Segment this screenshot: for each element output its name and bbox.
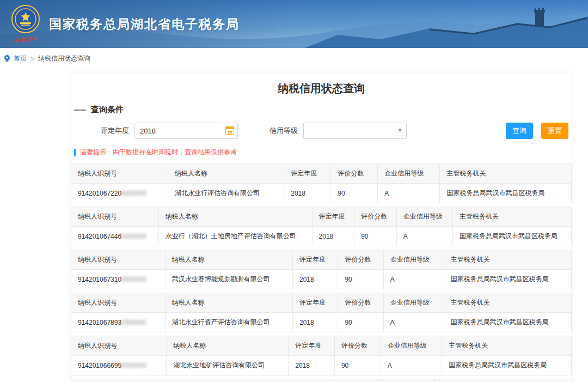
col-authority: 主管税务机关 (440, 164, 572, 184)
national-emblem-icon (11, 5, 40, 33)
cell-authority: 国家税务总局武汉市武昌区税务局 (444, 313, 571, 332)
cell-grade: A (381, 356, 442, 375)
col-score: 评价分数 (334, 336, 381, 356)
cell-year: 2018 (312, 227, 354, 246)
section-query-conditions: 查询条件 (74, 105, 572, 115)
table-row: 914201067446000000 永业行（湖北）土地房地产评估咨询有限公司 … (71, 227, 572, 246)
tip-text: 温馨提示：由于数据存在时间延时，查询结果仅供参考 (80, 148, 237, 157)
table-row: 914201067893000000 湖北永业行资产评估咨询有限公司 2018 … (71, 313, 572, 332)
table-row: 914201066695000000 湖北永业地矿评估咨询有限公司 2018 9… (71, 356, 572, 375)
cell-taxpayer-id: 914201067446000000 (71, 227, 159, 246)
col-grade: 企业信用等级 (383, 293, 444, 313)
masked-digits: 000000 (121, 276, 146, 283)
cell-year: 2018 (292, 313, 338, 332)
col-taxpayer-id: 纳税人识别号 (71, 250, 166, 270)
table-header-row: 纳税人识别号 纳税人名称 评定年度 评价分数 企业信用等级 主管税务机关 (71, 379, 572, 382)
col-score: 评价分数 (331, 164, 378, 184)
cell-year: 2018 (289, 356, 335, 375)
year-input[interactable] (134, 123, 238, 139)
col-taxpayer-id: 纳税人识别号 (71, 207, 159, 227)
section-dash (74, 110, 86, 111)
query-form: 评定年度 信用等级 ▾ 查询 重置 (101, 123, 568, 139)
cell-authority: 国家税务总局武汉市武昌区税务局 (444, 270, 571, 289)
calendar-icon[interactable] (225, 126, 234, 135)
table-header-row: 纳税人识别号 纳税人名称 评定年度 评价分数 企业信用等级 主管税务机关 (71, 336, 572, 356)
col-grade: 企业信用等级 (378, 164, 440, 184)
masked-digits: 000000 (121, 190, 146, 197)
credit-record-group: 纳税人识别号 纳税人名称 评定年度 评价分数 企业信用等级 主管税务机关 914… (71, 336, 572, 375)
col-taxpayer-name: 纳税人名称 (168, 379, 284, 382)
breadcrumb-home-link[interactable]: 首页 (14, 54, 27, 63)
query-button[interactable]: 查询 (506, 123, 533, 139)
col-grade: 企业信用等级 (383, 250, 444, 270)
cell-grade: A (378, 184, 440, 203)
col-year: 评定年度 (312, 207, 354, 227)
site-title: 国家税务总局湖北省电子税务局 (49, 16, 240, 33)
content-card: 纳税信用状态查询 查询条件 评定年度 信用等级 ▾ 查询 重置 温馨提示：由于数… (71, 74, 572, 382)
cell-grade: A (383, 313, 444, 332)
col-year: 评定年度 (289, 336, 335, 356)
col-taxpayer-id: 纳税人识别号 (71, 379, 168, 382)
table-header-row: 纳税人识别号 纳税人名称 评定年度 评价分数 企业信用等级 主管税务机关 (71, 250, 572, 270)
credit-level-select[interactable]: ▾ (303, 123, 407, 139)
year-input-wrap (134, 123, 238, 139)
col-year: 评定年度 (284, 164, 331, 184)
cell-taxpayer-id: 914201067220000000 (71, 184, 168, 203)
col-taxpayer-name: 纳税人名称 (165, 250, 292, 270)
tip-accent-bar (74, 149, 76, 156)
page-title: 纳税信用状态查询 (71, 81, 572, 96)
breadcrumb: 首页 > 纳税信用状态查询 (0, 48, 588, 69)
table-row: 914201067310000000 武汉永业赛博能规划勘测有限公司 2018 … (71, 270, 572, 289)
credit-level-label: 信用等级 (270, 126, 298, 136)
credit-record-group: 纳税人识别号 纳税人名称 评定年度 评价分数 企业信用等级 主管税务机关 914… (71, 293, 572, 332)
masked-digits: 000000 (121, 319, 146, 326)
col-authority: 主管税务机关 (444, 293, 571, 313)
cell-score: 90 (334, 356, 381, 375)
year-label: 评定年度 (101, 126, 129, 136)
credit-record-group: 纳税人识别号 纳税人名称 评定年度 评价分数 企业信用等级 主管税务机关 914… (71, 250, 572, 289)
cell-grade: A (383, 270, 444, 289)
col-taxpayer-id: 纳税人识别号 (71, 164, 168, 184)
col-score: 评价分数 (338, 293, 383, 313)
col-taxpayer-name: 纳税人名称 (167, 336, 289, 356)
cell-score: 90 (338, 313, 383, 332)
section-title: 查询条件 (91, 105, 124, 115)
col-authority: 主管税务机关 (442, 336, 572, 356)
col-score: 评价分数 (354, 207, 397, 227)
chevron-down-icon: ▾ (398, 126, 402, 134)
col-authority: 主管税务机关 (452, 207, 571, 227)
reset-button[interactable]: 重置 (541, 123, 568, 139)
credit-record-group: 纳税人识别号 纳税人名称 评定年度 评价分数 企业信用等级 主管税务机关 914… (71, 163, 572, 203)
cell-taxpayer-id: 914201067310000000 (71, 270, 166, 289)
cell-taxpayer-name: 武汉永业赛博能规划勘测有限公司 (165, 270, 292, 289)
tax-bureau-logo: 中国税务 (8, 5, 44, 44)
cell-grade: A (396, 227, 452, 246)
cell-taxpayer-id: 914201066695000000 (71, 356, 167, 375)
cell-taxpayer-name: 湖北永业行评估咨询有限公司 (168, 184, 284, 203)
col-grade: 企业信用等级 (381, 336, 442, 356)
table-row: 914201067220000000 湖北永业行评估咨询有限公司 2018 90… (71, 184, 572, 203)
col-score: 评价分数 (331, 379, 378, 382)
table-header-row: 纳税人识别号 纳税人名称 评定年度 评价分数 企业信用等级 主管税务机关 (71, 164, 572, 184)
col-year: 评定年度 (284, 379, 331, 382)
cell-year: 2018 (284, 184, 331, 203)
form-buttons: 查询 重置 (506, 123, 568, 139)
col-score: 评价分数 (338, 250, 383, 270)
cell-taxpayer-name: 湖北永业地矿评估咨询有限公司 (167, 356, 289, 375)
col-grade: 企业信用等级 (378, 379, 440, 382)
col-year: 评定年度 (292, 293, 338, 313)
col-taxpayer-id: 纳税人识别号 (71, 293, 166, 313)
col-taxpayer-name: 纳税人名称 (158, 207, 312, 227)
col-grade: 企业信用等级 (396, 207, 452, 227)
cell-year: 2018 (292, 270, 338, 289)
cell-authority: 国家税务总局武汉市武昌区税务局 (452, 227, 571, 246)
table-header-row: 纳税人识别号 纳税人名称 评定年度 评价分数 企业信用等级 主管税务机关 (71, 293, 572, 313)
col-authority: 主管税务机关 (444, 250, 571, 270)
app-header: 中国税务 国家税务总局湖北省电子税务局 (0, 0, 588, 48)
cell-score: 90 (331, 184, 378, 203)
table-header-row: 纳税人识别号 纳税人名称 评定年度 评价分数 企业信用等级 主管税务机关 (71, 207, 572, 227)
cell-taxpayer-id: 914201067893000000 (71, 313, 166, 332)
cell-taxpayer-name: 永业行（湖北）土地房地产评估咨询有限公司 (158, 227, 312, 246)
col-taxpayer-name: 纳税人名称 (168, 164, 284, 184)
cell-score: 90 (354, 227, 397, 246)
